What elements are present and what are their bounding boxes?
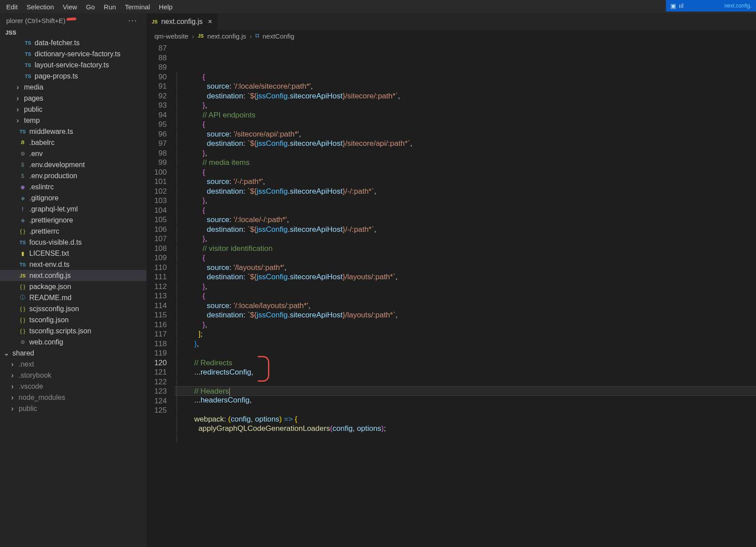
- tree-item[interactable]: B.babelrc: [0, 137, 146, 148]
- code-line[interactable]: │ },: [175, 320, 756, 330]
- code-line[interactable]: │ destination: `${jssConfig.sitecoreApiH…: [175, 272, 756, 282]
- tree-item[interactable]: ◆.prettierignore: [0, 215, 146, 226]
- code-line[interactable]: │ ];: [175, 329, 756, 339]
- code-line[interactable]: │: [175, 434, 756, 443]
- js-icon: JS: [152, 19, 158, 24]
- code-line[interactable]: │: [175, 348, 756, 358]
- tree-item[interactable]: ›public: [0, 403, 146, 414]
- tree-item[interactable]: { }package.json: [0, 281, 146, 292]
- tree-item[interactable]: TSnext-env.d.ts: [0, 259, 146, 270]
- tree-item[interactable]: TSpage-props.ts: [0, 70, 146, 82]
- breadcrumb[interactable]: qm-website › JS next.config.js › ⌑ nextC…: [146, 30, 756, 42]
- code-line[interactable]: │ applyGraphQLCodeGenerationLoaders(conf…: [175, 424, 756, 434]
- code-line[interactable]: │ ...redirectsConfig,: [175, 367, 756, 377]
- menu-view[interactable]: View: [59, 1, 82, 12]
- tree-item[interactable]: ›.next: [0, 359, 146, 370]
- tree-item[interactable]: ›pages: [0, 93, 146, 104]
- menu-bar: EditSelectionViewGoRunTerminalHelp: [0, 0, 756, 13]
- code-line[interactable]: │ // visitor identification: [175, 244, 756, 254]
- code-line[interactable]: │ // media items: [175, 158, 756, 168]
- code-line[interactable]: │ destination: `${jssConfig.sitecoreApiH…: [175, 139, 756, 148]
- chevron-right-icon: ›: [14, 105, 21, 113]
- breadcrumb-item[interactable]: qm-website: [154, 32, 189, 40]
- tree-item[interactable]: ›temp: [0, 115, 146, 126]
- code-editor[interactable]: 8788899091929394959697989910010110210310…: [146, 42, 756, 547]
- code-line[interactable]: │ {: [175, 168, 756, 177]
- code-line[interactable]: │ {: [175, 120, 756, 129]
- tree-item[interactable]: !.graphql-let.yml: [0, 203, 146, 215]
- code-line[interactable]: │ destination: `${jssConfig.sitecoreApiH…: [175, 225, 756, 234]
- tree-item-label: tsconfig.scripts.json: [29, 327, 91, 335]
- code-line[interactable]: │ webpack: (config, options) => {: [175, 414, 756, 424]
- tree-item[interactable]: TSdictionary-service-factory.ts: [0, 48, 146, 59]
- close-icon[interactable]: ×: [208, 18, 212, 26]
- code-line[interactable]: │ {: [175, 291, 756, 301]
- code-line[interactable]: │ },: [175, 101, 756, 110]
- code-line[interactable]: │ {: [175, 72, 756, 82]
- tree-item[interactable]: { }tsconfig.json: [0, 314, 146, 325]
- tree-item[interactable]: TSmiddleware.ts: [0, 126, 146, 137]
- line-number: 89: [146, 63, 167, 72]
- tree-item[interactable]: ▮LICENSE.txt: [0, 248, 146, 259]
- code-line[interactable]: │ source: '/-/:path*',: [175, 177, 756, 187]
- code-line[interactable]: │ {: [175, 253, 756, 263]
- code-line[interactable]: │ },: [175, 148, 756, 158]
- breadcrumb-item[interactable]: next.config.js: [207, 32, 246, 40]
- menu-terminal[interactable]: Terminal: [120, 1, 154, 12]
- code-line[interactable]: │ // Headers: [175, 386, 756, 396]
- code-line[interactable]: │ source: '/layouts/:path*',: [175, 263, 756, 273]
- tree-item[interactable]: ◉.eslintrc: [0, 181, 146, 192]
- tree-item[interactable]: ›.storybook: [0, 370, 146, 381]
- code-line[interactable]: │ },: [175, 339, 756, 349]
- menu-edit[interactable]: Edit: [2, 1, 22, 12]
- tree-item[interactable]: ⚙.env: [0, 148, 146, 159]
- code-line[interactable]: │ destination: `${jssConfig.sitecoreApiH…: [175, 91, 756, 101]
- tree-item[interactable]: ›media: [0, 82, 146, 93]
- tree-item[interactable]: { }tsconfig.scripts.json: [0, 325, 146, 336]
- tree-item[interactable]: ›.vscode: [0, 381, 146, 392]
- tree-item[interactable]: TSfocus-visible.d.ts: [0, 237, 146, 248]
- code-line[interactable]: │: [175, 377, 756, 387]
- menu-go[interactable]: Go: [82, 1, 99, 12]
- code-line[interactable]: │ source: '/:locale/sitecore/:path*',: [175, 82, 756, 91]
- tree-item[interactable]: { }scjssconfig.json: [0, 303, 146, 314]
- line-number: 109: [146, 253, 167, 263]
- tree-item[interactable]: TSdata-fetcher.ts: [0, 37, 146, 48]
- chevron-down-icon: ⌄: [3, 349, 10, 357]
- code-line[interactable]: │ ...headersConfig,: [175, 395, 756, 405]
- menu-selection[interactable]: Selection: [22, 1, 59, 12]
- code-line[interactable]: │ destination: `${jssConfig.sitecoreApiH…: [175, 310, 756, 320]
- code-line[interactable]: │ destination: `${jssConfig.sitecoreApiH…: [175, 187, 756, 196]
- more-icon[interactable]: ···: [126, 16, 140, 25]
- tree-item[interactable]: $.env.development: [0, 159, 146, 170]
- line-number: 100: [146, 168, 167, 177]
- code-line[interactable]: │: [175, 405, 756, 414]
- code-line[interactable]: │ source: '/sitecore/api/:path*',: [175, 129, 756, 139]
- code-line[interactable]: │ },: [175, 234, 756, 244]
- menu-run[interactable]: Run: [99, 1, 121, 12]
- tab-nextconfig[interactable]: JS next.config.js ×: [146, 13, 218, 30]
- tree-item[interactable]: ◆.gitignore: [0, 192, 146, 203]
- tree-item[interactable]: ⚙web.config: [0, 336, 146, 348]
- tree-item[interactable]: { }.prettierrc: [0, 226, 146, 237]
- code-line[interactable]: │ source: '/:locale/-/:path*',: [175, 215, 756, 225]
- tree-item[interactable]: ⓘREADME.md: [0, 292, 146, 303]
- tree-section-shared[interactable]: ⌄shared: [0, 348, 146, 359]
- code-content[interactable]: │ {│ source: '/:locale/sitecore/:path*',…: [175, 42, 756, 547]
- tree-item[interactable]: TSlayout-service-factory.ts: [0, 59, 146, 70]
- section-label[interactable]: JSS: [0, 28, 146, 37]
- ts-icon: TS: [19, 262, 27, 267]
- remote-indicator[interactable]: ▣ ııl next.config.: [666, 0, 756, 12]
- code-line[interactable]: │ source: '/:locale/layouts/:path*',: [175, 301, 756, 311]
- tree-item[interactable]: ›node_modules: [0, 392, 146, 403]
- tree-item[interactable]: $.env.production: [0, 170, 146, 181]
- code-line[interactable]: │ },: [175, 196, 756, 206]
- tree-item[interactable]: ›public: [0, 104, 146, 115]
- tree-item[interactable]: JSnext.config.js: [0, 270, 146, 281]
- breadcrumb-item[interactable]: nextConfig: [263, 32, 295, 40]
- code-line[interactable]: │ // API endpoints: [175, 110, 756, 120]
- code-line[interactable]: │ // Redirects: [175, 358, 756, 368]
- code-line[interactable]: │ {: [175, 206, 756, 215]
- code-line[interactable]: │ },: [175, 282, 756, 292]
- menu-help[interactable]: Help: [154, 1, 177, 12]
